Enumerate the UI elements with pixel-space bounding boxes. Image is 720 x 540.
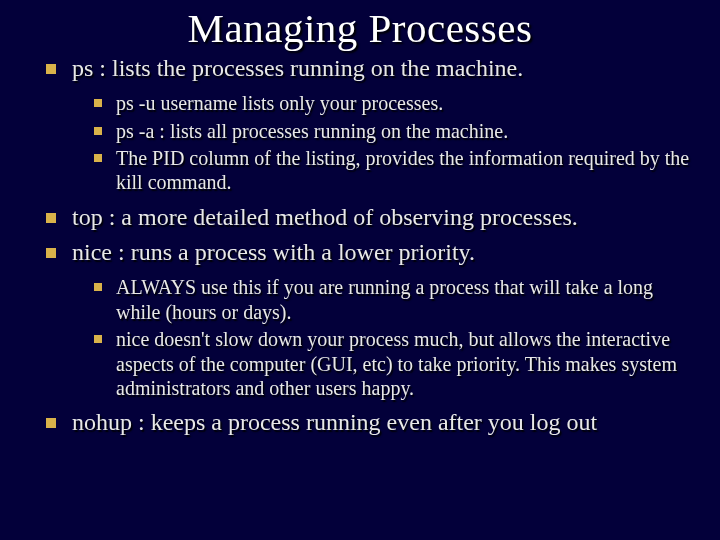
bullet-top-text: : a more detailed method of observing pr…: [103, 204, 578, 230]
bullet-list: ps : lists the processes running on the …: [28, 54, 692, 438]
bullet-top: top : a more detailed method of observin…: [46, 203, 692, 232]
sub-ps-a: ps -a : lists all processes running on t…: [94, 119, 692, 143]
sub-nice-rest: doesn't slow down your process much, but…: [116, 328, 677, 399]
sub-ps-u: ps -u username lists only your processes…: [94, 91, 692, 115]
bullet-ps: ps : lists the processes running on the …: [46, 54, 692, 195]
bullet-ps-text: : lists the processes running on the mac…: [93, 55, 523, 81]
sublist-ps: ps -u username lists only your processes…: [72, 91, 692, 195]
sub-nice-cmd: nice: [116, 328, 149, 350]
bullet-top-cmd: top: [72, 204, 103, 230]
bullet-ps-cmd: ps: [72, 55, 93, 81]
sub-nice-always: ALWAYS use this if you are running a pro…: [94, 275, 692, 324]
sub-nice-slow: nice doesn't slow down your process much…: [94, 327, 692, 400]
sub-ps-pid: The PID column of the listing, provides …: [94, 146, 692, 195]
sublist-nice: ALWAYS use this if you are running a pro…: [72, 275, 692, 400]
bullet-nohup-cmd: nohup: [72, 409, 132, 435]
bullet-nice-cmd: nice: [72, 239, 112, 265]
bullet-nohup-text: : keeps a process running even after you…: [132, 409, 597, 435]
bullet-nice: nice : runs a process with a lower prior…: [46, 238, 692, 400]
bullet-nice-text: : runs a process with a lower priority.: [112, 239, 475, 265]
slide-title: Managing Processes: [28, 4, 692, 52]
bullet-nohup: nohup : keeps a process running even aft…: [46, 408, 692, 437]
slide: Managing Processes ps : lists the proces…: [0, 0, 720, 540]
